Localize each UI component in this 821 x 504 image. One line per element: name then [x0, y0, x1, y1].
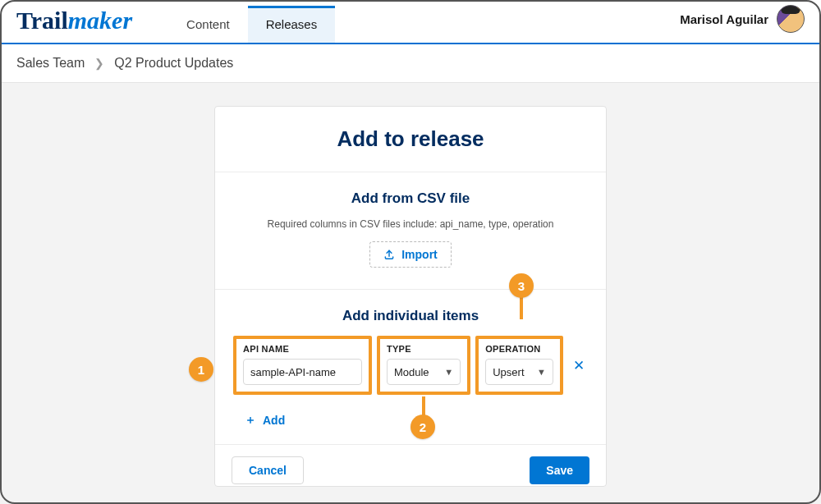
save-button[interactable]: Save — [530, 456, 589, 484]
avatar[interactable] — [777, 5, 805, 33]
add-individual-heading: Add individual items — [233, 308, 588, 324]
type-label: TYPE — [387, 344, 461, 354]
remove-row-button[interactable]: ✕ — [570, 357, 588, 374]
item-row: API NAME sample-API-name TYPE Module ▼ O… — [233, 336, 588, 395]
cancel-button[interactable]: Cancel — [232, 456, 304, 484]
breadcrumb: Sales Team ❯ Q2 Product Updates — [0, 44, 821, 83]
add-to-release-card: Add to release Add from CSV file Require… — [214, 106, 607, 487]
callout-1: 1 — [189, 357, 213, 382]
type-select[interactable]: Module ▼ — [387, 359, 461, 385]
add-from-csv-section: Add from CSV file Required columns in CS… — [215, 172, 606, 290]
type-field: TYPE Module ▼ — [377, 336, 470, 395]
primary-tabs: Content Releases — [168, 0, 335, 43]
callout-2-stem — [422, 396, 425, 416]
api-name-field: API NAME sample-API-name — [233, 336, 372, 395]
breadcrumb-current: Q2 Product Updates — [114, 56, 233, 71]
api-name-label: API NAME — [243, 344, 362, 354]
top-bar: Trailmaker Content Releases Marisol Agui… — [0, 0, 821, 44]
upload-icon — [383, 249, 395, 260]
add-from-csv-heading: Add from CSV file — [233, 190, 588, 207]
callout-3-stem — [520, 295, 523, 319]
page-title: Add to release — [215, 107, 606, 172]
breadcrumb-root[interactable]: Sales Team — [16, 56, 85, 71]
callout-3: 3 — [509, 273, 534, 298]
callout-2: 2 — [410, 415, 435, 439]
tab-content[interactable]: Content — [168, 6, 248, 43]
current-user-name: Marisol Aguilar — [680, 12, 768, 26]
card-footer: Cancel Save — [215, 445, 606, 486]
chevron-right-icon: ❯ — [94, 57, 104, 70]
add-row-button[interactable]: ＋ Add — [245, 413, 285, 428]
chevron-down-icon: ▼ — [537, 367, 546, 377]
brand-logo: Trailmaker — [16, 7, 132, 43]
operation-field: OPERATION Upsert ▼ — [475, 336, 563, 395]
operation-select[interactable]: Upsert ▼ — [485, 359, 553, 385]
chevron-down-icon: ▼ — [444, 367, 453, 377]
import-button[interactable]: Import — [369, 241, 452, 268]
tab-releases[interactable]: Releases — [248, 6, 336, 43]
api-name-input[interactable]: sample-API-name — [243, 359, 362, 385]
csv-hint: Required columns in CSV files include: a… — [233, 218, 588, 230]
operation-label: OPERATION — [485, 344, 553, 354]
plus-icon: ＋ — [245, 413, 256, 428]
add-individual-section: 1 2 3 Add individual items API NAME samp… — [215, 290, 606, 445]
